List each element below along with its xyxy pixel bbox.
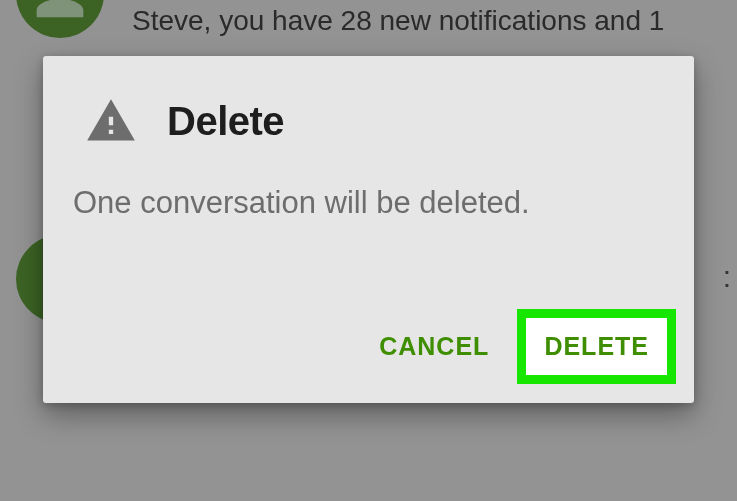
delete-button[interactable]: DELETE (517, 309, 676, 384)
dialog-message: One conversation will be deleted. (73, 182, 664, 224)
dialog-header: Delete (43, 56, 694, 156)
cancel-button[interactable]: CANCEL (359, 314, 509, 379)
warning-icon (85, 95, 137, 147)
dialog-title: Delete (167, 99, 284, 144)
delete-dialog: Delete One conversation will be deleted.… (43, 56, 694, 403)
dialog-body: One conversation will be deleted. (43, 156, 694, 307)
dialog-actions: CANCEL DELETE (43, 307, 694, 403)
screen: Steve, you have 28 new notifications and… (0, 0, 737, 501)
